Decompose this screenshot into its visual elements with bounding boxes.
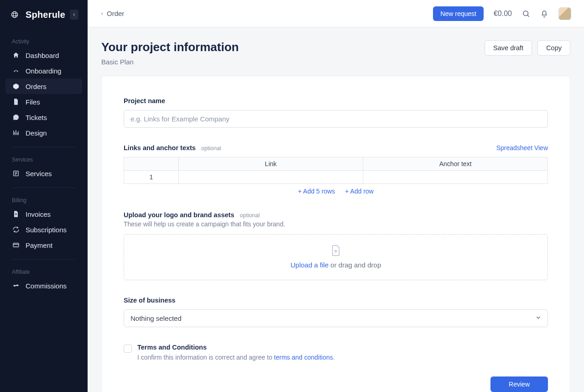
bell-icon[interactable] — [540, 10, 548, 18]
spreadsheet-view-link[interactable]: Spreadsheet View — [496, 144, 548, 152]
sidebar-item-payment[interactable]: Payment — [0, 237, 88, 253]
svg-point-1 — [11, 13, 17, 16]
content: Your project information Basic Plan Save… — [88, 27, 584, 392]
sidebar-item-services[interactable]: Services — [0, 166, 88, 181]
payment-icon — [12, 241, 20, 249]
sidebar-item-tickets[interactable]: Tickets — [0, 110, 88, 125]
page-header: Your project information Basic Plan Save… — [101, 40, 570, 66]
new-request-button[interactable]: New request — [433, 6, 484, 21]
upload-rest-text: or drag and drop — [328, 261, 381, 269]
balance: €0.00 — [494, 10, 512, 18]
table-header-rownum — [124, 157, 179, 171]
sidebar-item-label: Onboarding — [26, 67, 61, 75]
sidebar-item-invoices[interactable]: Invoices — [0, 206, 88, 222]
sidebar-item-label: Files — [26, 98, 40, 106]
sidebar-item-label: Tickets — [26, 114, 47, 121]
main: Order New request €0.00 Your project inf… — [88, 0, 584, 392]
sidebar-item-label: Invoices — [26, 210, 51, 218]
breadcrumb[interactable]: Order — [100, 10, 124, 17]
svg-rect-5 — [15, 214, 17, 215]
terms-checkbox[interactable] — [124, 345, 132, 353]
sidebar-item-label: Services — [26, 170, 52, 178]
links-label: Links and anchor texts — [124, 144, 196, 152]
sidebar-item-onboarding[interactable]: Onboarding — [0, 63, 88, 78]
table-row: 1 — [124, 171, 548, 184]
optional-label: optional — [240, 212, 260, 219]
onboarding-icon — [12, 67, 20, 75]
add-row-link[interactable]: + Add row — [345, 188, 374, 195]
upload-dropzone[interactable]: Upload a file or drag and drop — [124, 234, 548, 280]
add-5-rows-link[interactable]: + Add 5 rows — [298, 188, 335, 195]
upload-helper: These will help us create a campaign tha… — [124, 220, 548, 228]
dashboard-icon — [12, 51, 20, 59]
table-header-anchor: Anchor text — [363, 157, 548, 171]
review-button[interactable]: Review — [490, 376, 548, 392]
terms-label: Terms and Conditions — [137, 344, 335, 351]
terms-description: I confirm this information is correct an… — [137, 354, 335, 361]
svg-point-7 — [523, 11, 528, 16]
sidebar-item-label: Subscriptions — [26, 226, 67, 234]
sidebar-item-orders[interactable]: Orders — [5, 78, 82, 94]
sidebar-section-activity: Activity — [0, 29, 88, 47]
table-header-link: Link — [178, 157, 363, 171]
upload-label: Upload your logo and brand assets — [124, 211, 235, 219]
size-select[interactable]: Nothing selected — [124, 309, 548, 327]
brand[interactable]: Spherule — [0, 6, 88, 29]
breadcrumb-label: Order — [107, 10, 124, 17]
svg-rect-4 — [15, 214, 17, 214]
commissions-icon — [12, 282, 20, 290]
sidebar-item-label: Dashboard — [26, 52, 59, 59]
row-number-cell: 1 — [124, 171, 179, 184]
terms-group: Terms and Conditions I confirm this info… — [124, 344, 548, 361]
sidebar-item-files[interactable]: Files — [0, 94, 88, 110]
invoices-icon — [12, 210, 20, 218]
save-draft-button[interactable]: Save draft — [485, 40, 532, 56]
avatar[interactable] — [558, 7, 571, 20]
svg-point-2 — [13, 11, 16, 17]
anchor-cell[interactable] — [363, 171, 548, 184]
subscriptions-icon — [12, 225, 20, 234]
links-group: Links and anchor texts optional Spreadsh… — [124, 144, 548, 195]
brand-logo-icon — [8, 8, 21, 21]
design-icon — [12, 129, 20, 137]
orders-icon — [12, 82, 20, 90]
chevron-left-icon — [100, 11, 104, 16]
sidebar-item-label: Design — [26, 129, 47, 137]
brand-name: Spherule — [26, 10, 65, 20]
terms-link[interactable]: terms and conditions — [274, 354, 333, 361]
sidebar-item-design[interactable]: Design — [0, 125, 88, 141]
sidebar: Spherule Activity Dashboard Onboarding O… — [0, 0, 88, 392]
sidebar-section-affiliate: Affiliate — [0, 260, 88, 278]
services-icon — [12, 169, 20, 178]
sidebar-item-label: Payment — [26, 241, 52, 249]
size-label: Size of business — [124, 297, 548, 304]
file-upload-icon — [331, 245, 341, 256]
sidebar-item-label: Commissions — [26, 282, 67, 290]
form-card: Project name Links and anchor texts opti… — [101, 76, 570, 392]
sidebar-item-commissions[interactable]: Commissions — [0, 278, 88, 293]
copy-button[interactable]: Copy — [537, 40, 570, 56]
sidebar-item-subscriptions[interactable]: Subscriptions — [0, 222, 88, 237]
search-icon[interactable] — [522, 10, 530, 18]
upload-file-link[interactable]: Upload a file — [291, 261, 328, 269]
link-cell[interactable] — [178, 171, 363, 184]
files-icon — [12, 98, 20, 106]
svg-rect-6 — [13, 243, 19, 247]
optional-label: optional — [201, 145, 221, 152]
project-name-input[interactable] — [124, 110, 548, 128]
project-name-group: Project name — [124, 97, 548, 128]
sidebar-item-label: Orders — [26, 83, 47, 90]
svg-point-0 — [11, 11, 17, 17]
sidebar-section-billing: Billing — [0, 188, 88, 206]
tickets-icon — [12, 113, 20, 121]
topbar: Order New request €0.00 — [88, 0, 584, 27]
page-title: Your project information — [101, 40, 239, 54]
size-group: Size of business Nothing selected — [124, 297, 548, 327]
sidebar-collapse-button[interactable] — [70, 10, 78, 20]
page-subtitle: Basic Plan — [101, 58, 239, 66]
sidebar-item-dashboard[interactable]: Dashboard — [0, 47, 88, 63]
sidebar-section-services: Services — [0, 147, 88, 166]
project-name-label: Project name — [124, 97, 548, 105]
upload-group: Upload your logo and brand assets option… — [124, 211, 548, 280]
links-table: Link Anchor text 1 — [124, 157, 548, 184]
